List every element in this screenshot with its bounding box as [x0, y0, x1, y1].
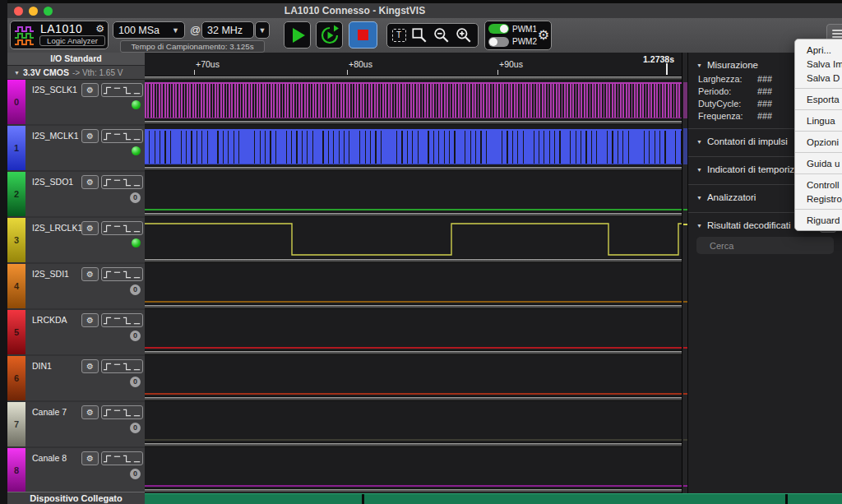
trigger-rising-edge-icon[interactable]	[103, 316, 112, 326]
text-annotation-tool-icon[interactable]: T	[392, 29, 406, 42]
repeat-capture-button[interactable]	[316, 21, 343, 49]
channel-trigger-group[interactable]	[101, 451, 143, 465]
menu-item[interactable]: Registro	[795, 192, 842, 206]
time-ruler[interactable]: +70us+80us+90us1.2738s	[145, 53, 682, 76]
channel-settings-gear-icon[interactable]: ⚙	[81, 129, 99, 143]
capture-overview-bar[interactable]	[145, 493, 842, 504]
trigger-high-level-icon[interactable]	[113, 86, 122, 95]
start-capture-button[interactable]	[284, 21, 311, 49]
trigger-low-level-icon[interactable]	[132, 86, 141, 95]
trigger-falling-edge-icon[interactable]	[123, 132, 132, 141]
trigger-rising-edge-icon[interactable]	[103, 224, 112, 234]
menu-item[interactable]: Salva Im	[795, 57, 842, 71]
stop-capture-button[interactable]	[349, 21, 377, 49]
menu-item[interactable]: Lingua	[795, 113, 842, 127]
trigger-low-level-icon[interactable]	[132, 224, 141, 234]
trigger-high-level-icon[interactable]	[113, 408, 122, 418]
channel-color-bar[interactable]: 5	[7, 310, 25, 354]
trigger-high-level-icon[interactable]	[113, 270, 122, 280]
channel-color-bar[interactable]: 1	[7, 126, 25, 170]
sample-rate-dropdown[interactable]: 32 MHz	[201, 21, 254, 39]
zoom-out-icon[interactable]	[433, 26, 451, 44]
measure-label: Larghezza:	[698, 74, 757, 84]
trigger-rising-edge-icon[interactable]	[103, 408, 112, 418]
waveform-viewport[interactable]: +70us+80us+90us1.2738s	[145, 53, 682, 493]
trigger-rising-edge-icon[interactable]	[103, 86, 112, 95]
channel-color-bar[interactable]: 3	[7, 218, 25, 262]
trigger-low-level-icon[interactable]	[132, 178, 141, 187]
menu-item[interactable]: Controll	[795, 178, 842, 192]
trigger-falling-edge-icon[interactable]	[123, 86, 132, 95]
channel-trigger-group[interactable]	[101, 129, 143, 143]
menu-item[interactable]: Opzioni	[795, 135, 842, 149]
trigger-rising-edge-icon[interactable]	[103, 132, 112, 141]
zoom-in-icon[interactable]	[455, 26, 473, 44]
menu-item[interactable]: Apri...	[795, 43, 842, 57]
channel-trigger-group[interactable]	[101, 83, 143, 97]
trigger-low-level-icon[interactable]	[132, 270, 141, 280]
channel-color-bar[interactable]: 7	[7, 402, 25, 446]
channel-trigger-group[interactable]	[101, 359, 143, 373]
trigger-falling-edge-icon[interactable]	[123, 362, 132, 372]
trigger-falling-edge-icon[interactable]	[123, 224, 132, 234]
trigger-low-level-icon[interactable]	[132, 454, 141, 464]
device-settings-gear-icon[interactable]: ⚙	[95, 24, 104, 34]
channel-trigger-group[interactable]	[101, 221, 143, 235]
pwm-settings-gear-icon[interactable]: ⚙	[537, 22, 550, 49]
voltage-standard-row[interactable]: ▼ 3.3V CMOS -> Vth: 1.65 V	[7, 66, 145, 80]
trigger-low-level-icon[interactable]	[132, 132, 141, 141]
channel-active-dot	[132, 146, 141, 155]
trigger-low-level-icon[interactable]	[132, 408, 141, 418]
channel-settings-gear-icon[interactable]: ⚙	[81, 451, 99, 465]
trigger-high-level-icon[interactable]	[113, 454, 122, 464]
trigger-high-level-icon[interactable]	[113, 132, 122, 141]
channel-color-bar[interactable]: 2	[7, 172, 25, 216]
channel-settings-gear-icon[interactable]: ⚙	[81, 221, 99, 235]
menu-item[interactable]: Esporta	[795, 92, 842, 106]
trigger-high-level-icon[interactable]	[113, 224, 122, 234]
pwm2-toggle[interactable]	[488, 37, 509, 47]
trigger-rising-edge-icon[interactable]	[103, 178, 112, 187]
device-selector[interactable]: LA1010 ⚙ Logic Analyzer	[10, 21, 109, 49]
trigger-falling-edge-icon[interactable]	[123, 316, 132, 326]
trigger-low-level-icon[interactable]	[132, 316, 141, 326]
channel-color-bar[interactable]: 0	[7, 80, 25, 124]
channel-trigger-group[interactable]	[101, 175, 143, 189]
channel-settings-gear-icon[interactable]: ⚙	[81, 359, 99, 373]
zoom-region-icon[interactable]	[410, 26, 428, 44]
status-dot-icon	[132, 238, 141, 247]
trigger-falling-edge-icon[interactable]	[123, 270, 132, 280]
channel-trigger-group[interactable]	[101, 267, 143, 281]
channel-settings-gear-icon[interactable]: ⚙	[81, 313, 99, 327]
channel-name: I2S_MCLK1	[32, 131, 79, 141]
trigger-high-level-icon[interactable]	[113, 316, 122, 326]
sample-depth-dropdown[interactable]: 100 MSa ▼	[113, 21, 185, 39]
trigger-falling-edge-icon[interactable]	[123, 178, 132, 187]
trigger-falling-edge-icon[interactable]	[123, 408, 132, 418]
menu-item[interactable]: Riguard	[795, 213, 842, 227]
status-dot-icon	[132, 100, 141, 109]
channel-settings-gear-icon[interactable]: ⚙	[81, 405, 99, 419]
trigger-high-level-icon[interactable]	[113, 178, 122, 187]
channel-trigger-group[interactable]	[101, 313, 143, 327]
sample-rate-dropdown-arrow[interactable]: ▼	[255, 21, 270, 39]
channel-color-bar[interactable]: 4	[7, 264, 25, 308]
channel-row: 7Canale 7⚙0	[7, 402, 145, 446]
channel-settings-gear-icon[interactable]: ⚙	[81, 83, 99, 97]
channel-color-bar[interactable]: 6	[7, 356, 25, 400]
trigger-low-level-icon[interactable]	[132, 362, 141, 372]
search-input[interactable]	[708, 240, 828, 252]
trigger-falling-edge-icon[interactable]	[123, 454, 132, 464]
trigger-high-level-icon[interactable]	[113, 362, 122, 372]
channel-color-bar[interactable]: 8	[7, 448, 25, 492]
pwm1-toggle[interactable]	[488, 24, 509, 34]
trigger-rising-edge-icon[interactable]	[103, 270, 112, 280]
channel-settings-gear-icon[interactable]: ⚙	[81, 175, 99, 189]
channel-settings-gear-icon[interactable]: ⚙	[81, 267, 99, 281]
trigger-rising-edge-icon[interactable]	[103, 454, 112, 464]
io-standard-header[interactable]: I/O Standard	[7, 53, 145, 66]
channel-trigger-group[interactable]	[101, 405, 143, 419]
trigger-rising-edge-icon[interactable]	[103, 362, 112, 372]
menu-item[interactable]: Salva D	[795, 71, 842, 85]
menu-item[interactable]: Guida u	[795, 156, 842, 170]
